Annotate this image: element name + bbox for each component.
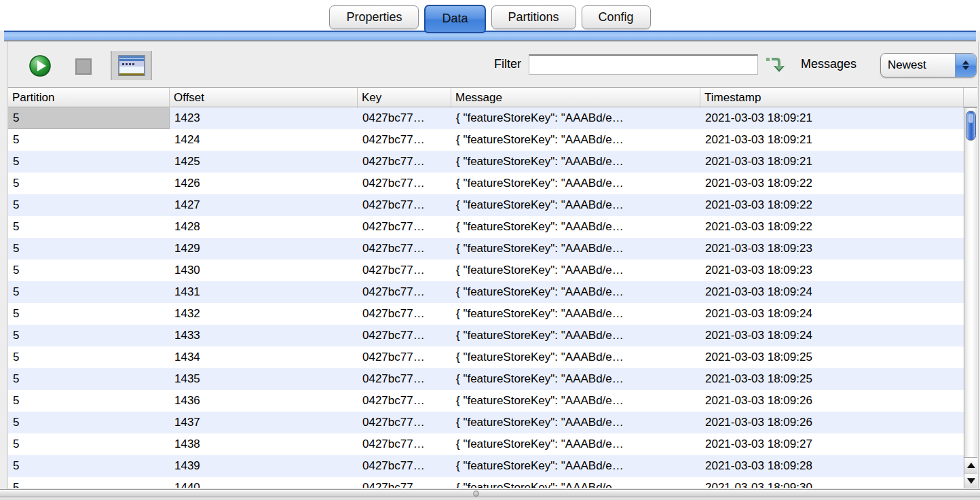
cell-timestamp[interactable]: 2021-03-03 18:09:22 <box>700 216 964 238</box>
cell-offset[interactable]: 1432 <box>170 303 358 325</box>
table-row[interactable]: 514380427bc77…{ "featureStoreKey": "AAAB… <box>8 433 964 455</box>
vertical-scrollbar[interactable] <box>964 107 977 488</box>
cell-offset[interactable]: 1439 <box>170 455 358 477</box>
cell-message[interactable]: { "featureStoreKey": "AAABd/e… <box>451 281 700 303</box>
cell-timestamp[interactable]: 2021-03-03 18:09:28 <box>700 455 964 477</box>
table-row[interactable]: 514310427bc77…{ "featureStoreKey": "AAAB… <box>8 281 964 303</box>
cell-key[interactable]: 0427bc77… <box>358 455 451 477</box>
cell-message[interactable]: { "featureStoreKey": "AAABd/e… <box>451 303 700 325</box>
cell-key[interactable]: 0427bc77… <box>358 346 451 368</box>
stop-button[interactable] <box>75 58 92 75</box>
cell-message[interactable]: { "featureStoreKey": "AAABd/e… <box>451 238 700 260</box>
cell-partition[interactable]: 5 <box>8 346 170 368</box>
tab-data[interactable]: Data <box>424 5 485 33</box>
column-header-message[interactable]: Message <box>451 88 700 108</box>
cell-message[interactable]: { "featureStoreKey": "AAABd/e… <box>451 455 700 477</box>
tab-partitions[interactable]: Partitions <box>491 5 576 29</box>
cell-key[interactable]: 0427bc77… <box>358 151 451 173</box>
cell-partition[interactable]: 5 <box>8 173 170 194</box>
cell-partition[interactable]: 5 <box>8 477 170 488</box>
cell-partition[interactable]: 5 <box>8 194 170 216</box>
cell-key[interactable]: 0427bc77… <box>358 303 451 325</box>
table-row[interactable]: 514400427bc77…{ "featureStoreKey": "AAAB… <box>8 477 964 488</box>
cell-partition[interactable]: 5 <box>8 368 170 390</box>
cell-offset[interactable]: 1426 <box>170 173 358 194</box>
table-row[interactable]: 514350427bc77…{ "featureStoreKey": "AAAB… <box>8 368 964 390</box>
cell-key[interactable]: 0427bc77… <box>358 390 451 412</box>
cell-offset[interactable]: 1425 <box>170 151 358 173</box>
cell-offset[interactable]: 1438 <box>170 433 358 455</box>
cell-offset[interactable]: 1431 <box>170 281 358 303</box>
cell-key[interactable]: 0427bc77… <box>358 129 451 151</box>
cell-message[interactable]: { "featureStoreKey": "AAABd/e… <box>451 325 700 346</box>
cell-partition[interactable]: 5 <box>8 281 170 303</box>
cell-timestamp[interactable]: 2021-03-03 18:09:25 <box>700 346 964 368</box>
cell-partition[interactable]: 5 <box>8 107 170 129</box>
table-row[interactable]: 514280427bc77…{ "featureStoreKey": "AAAB… <box>8 216 964 238</box>
cell-offset[interactable]: 1428 <box>170 216 358 238</box>
horizontal-splitter-bar[interactable] <box>0 489 980 497</box>
cell-key[interactable]: 0427bc77… <box>358 412 451 433</box>
cell-partition[interactable]: 5 <box>8 238 170 260</box>
table-row[interactable]: 514260427bc77…{ "featureStoreKey": "AAAB… <box>8 173 964 194</box>
cell-message[interactable]: { "featureStoreKey": "AAABd/e… <box>451 194 700 216</box>
cell-offset[interactable]: 1435 <box>170 368 358 390</box>
cell-partition[interactable]: 5 <box>8 390 170 412</box>
cell-message[interactable]: { "featureStoreKey": "AAABd/e… <box>451 390 700 412</box>
play-button[interactable] <box>29 55 51 77</box>
cell-timestamp[interactable]: 2021-03-03 18:09:23 <box>700 238 964 260</box>
cell-partition[interactable]: 5 <box>8 412 170 433</box>
cell-key[interactable]: 0427bc77… <box>358 368 451 390</box>
cell-timestamp[interactable]: 2021-03-03 18:09:26 <box>700 390 964 412</box>
cell-timestamp[interactable]: 2021-03-03 18:09:23 <box>700 260 964 281</box>
cell-message[interactable]: { "featureStoreKey": "AAABd/e… <box>451 173 700 194</box>
messages-order-popup[interactable]: Newest <box>880 53 977 77</box>
cell-key[interactable]: 0427bc77… <box>358 194 451 216</box>
cell-message[interactable]: { "featureStoreKey": "AAABd/e… <box>451 260 700 281</box>
cell-key[interactable]: 0427bc77… <box>358 238 451 260</box>
cell-timestamp[interactable]: 2021-03-03 18:09:21 <box>700 107 964 129</box>
cell-message[interactable]: { "featureStoreKey": "AAABd/e… <box>451 368 700 390</box>
column-header-offset[interactable]: Offset <box>170 88 358 108</box>
cell-message[interactable]: { "featureStoreKey": "AAABd/e… <box>451 346 700 368</box>
cell-offset[interactable]: 1440 <box>170 477 358 488</box>
cell-message[interactable]: { "featureStoreKey": "AAABd/e… <box>451 129 700 151</box>
table-row[interactable]: 514360427bc77…{ "featureStoreKey": "AAAB… <box>8 390 964 412</box>
cell-key[interactable]: 0427bc77… <box>358 281 451 303</box>
table-row[interactable]: 514300427bc77…{ "featureStoreKey": "AAAB… <box>8 260 964 281</box>
cell-timestamp[interactable]: 2021-03-03 18:09:22 <box>700 173 964 194</box>
cell-key[interactable]: 0427bc77… <box>358 260 451 281</box>
table-row[interactable]: 514250427bc77…{ "featureStoreKey": "AAAB… <box>8 151 964 173</box>
cell-offset[interactable]: 1424 <box>170 129 358 151</box>
cell-message[interactable]: { "featureStoreKey": "AAABd/e… <box>451 412 700 433</box>
cell-timestamp[interactable]: 2021-03-03 18:09:27 <box>700 433 964 455</box>
cell-key[interactable]: 0427bc77… <box>358 477 451 488</box>
table-row[interactable]: 514370427bc77…{ "featureStoreKey": "AAAB… <box>8 412 964 433</box>
cell-timestamp[interactable]: 2021-03-03 18:09:21 <box>700 129 964 151</box>
cell-timestamp[interactable]: 2021-03-03 18:09:21 <box>700 151 964 173</box>
cell-offset[interactable]: 1436 <box>170 390 358 412</box>
message-viewer-toggle-button[interactable] <box>111 51 152 80</box>
cell-message[interactable]: { "featureStoreKey": "AAABd/e… <box>451 433 700 455</box>
table-row[interactable]: 514320427bc77…{ "featureStoreKey": "AAAB… <box>8 303 964 325</box>
cell-partition[interactable]: 5 <box>8 433 170 455</box>
cell-timestamp[interactable]: 2021-03-03 18:09:26 <box>700 412 964 433</box>
cell-partition[interactable]: 5 <box>8 455 170 477</box>
cell-offset[interactable]: 1434 <box>170 346 358 368</box>
cell-partition[interactable]: 5 <box>8 303 170 325</box>
cell-timestamp[interactable]: 2021-03-03 18:09:25 <box>700 368 964 390</box>
table-row[interactable]: 514230427bc77…{ "featureStoreKey": "AAAB… <box>8 107 964 129</box>
cell-timestamp[interactable]: 2021-03-03 18:09:24 <box>700 303 964 325</box>
apply-filter-button[interactable] <box>766 56 786 75</box>
tab-config[interactable]: Config <box>582 5 651 29</box>
scroll-up-button[interactable] <box>964 457 977 473</box>
cell-offset[interactable]: 1427 <box>170 194 358 216</box>
table-row[interactable]: 514340427bc77…{ "featureStoreKey": "AAAB… <box>8 346 964 368</box>
cell-message[interactable]: { "featureStoreKey": "AAABd/e… <box>451 107 700 129</box>
cell-offset[interactable]: 1429 <box>170 238 358 260</box>
cell-partition[interactable]: 5 <box>8 129 170 151</box>
column-header-key[interactable]: Key <box>358 88 451 108</box>
column-header-partition[interactable]: Partition <box>8 88 170 108</box>
cell-message[interactable]: { "featureStoreKey": "AAABd/e… <box>451 216 700 238</box>
tab-properties[interactable]: Properties <box>329 5 419 29</box>
